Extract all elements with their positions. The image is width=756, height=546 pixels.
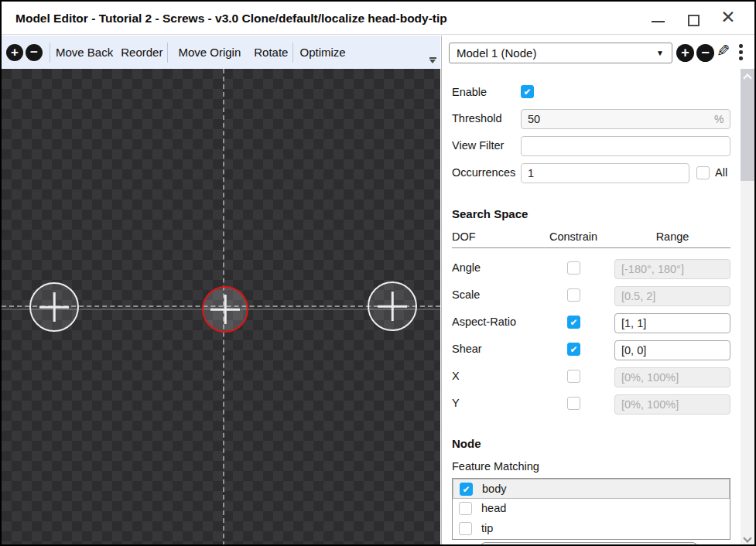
constrain-checkbox-y[interactable] [567, 397, 580, 410]
scrollbar-thumb[interactable] [741, 69, 754, 181]
all-checkbox[interactable] [696, 166, 710, 179]
enable-checkbox[interactable] [521, 85, 534, 98]
clipped-control [481, 542, 697, 546]
edit-pencil-icon[interactable]: ✎ [717, 42, 730, 60]
header-underline [452, 247, 730, 248]
node-section-title: Node [452, 437, 481, 450]
model-node-selected[interactable] [202, 286, 248, 333]
feature-checkbox-tip[interactable] [459, 522, 472, 535]
column-header-dof: DOF [452, 230, 476, 243]
more-options-button[interactable] [739, 44, 743, 63]
properties-panel: Model 1 (Node) ▼ + − ✎ Enable Threshold … [442, 36, 754, 546]
range-input-y[interactable] [614, 394, 730, 415]
range-input-x[interactable] [614, 367, 730, 387]
close-button[interactable]: ✕ [715, 2, 741, 35]
feature-matching-list: body head tip [452, 478, 730, 540]
feature-label: head [481, 502, 506, 514]
move-back-button[interactable]: Move Back [56, 46, 113, 59]
list-item-head[interactable]: head [453, 499, 730, 519]
model-node-right[interactable] [368, 282, 417, 331]
range-input-scale[interactable] [614, 286, 730, 306]
toolbar-overflow-button[interactable] [429, 57, 436, 63]
range-input-aspect-ratio[interactable] [614, 313, 730, 333]
minimize-button[interactable] [645, 2, 672, 35]
constrain-checkbox-shear[interactable] [567, 343, 580, 356]
threshold-input[interactable] [521, 109, 730, 129]
maximize-icon [688, 15, 700, 26]
list-item-body[interactable]: body [453, 479, 730, 499]
zoom-out-button[interactable]: − [26, 44, 43, 61]
toolbar-separator [292, 43, 293, 63]
dof-label-aspect-ratio: Aspect-Ratio [452, 316, 516, 328]
occurrences-label: Occurrences [452, 166, 515, 179]
model-canvas[interactable] [2, 69, 440, 546]
constrain-checkbox-x[interactable] [567, 370, 580, 383]
constrain-checkbox-aspect-ratio[interactable] [567, 316, 580, 329]
scroll-down-icon[interactable] [743, 534, 751, 542]
move-origin-button[interactable]: Move Origin [178, 46, 241, 59]
column-header-constrain: Constrain [535, 230, 612, 243]
feature-label: body [482, 483, 506, 495]
dof-label-scale: Scale [452, 288, 480, 301]
panel-scrollbar[interactable] [741, 69, 754, 546]
model-editor-window: Model Editor - Tutorial 2 - Screws - v3.… [0, 0, 756, 546]
remove-model-button[interactable]: − [696, 44, 714, 62]
feature-checkbox-head[interactable] [459, 502, 472, 515]
feature-checkbox-body[interactable] [460, 483, 473, 496]
model-select-value: Model 1 (Node) [457, 46, 536, 60]
overflow-icon [429, 57, 436, 59]
dof-label-x: X [452, 370, 460, 382]
enable-label: Enable [452, 86, 487, 98]
canvas-toolbar: + − Move Back Reorder Move Origin Rotate… [2, 36, 440, 69]
toolbar-separator [167, 43, 168, 63]
threshold-label: Threshold [452, 112, 501, 125]
view-filter-label: View Filter [452, 139, 504, 152]
search-space-title: Search Space [452, 207, 528, 220]
window-title: Model Editor - Tutorial 2 - Screws - v3.… [15, 2, 447, 35]
title-bar: Model Editor - Tutorial 2 - Screws - v3.… [2, 2, 754, 35]
minimize-icon [652, 21, 665, 22]
model-node-left[interactable] [29, 282, 79, 332]
view-filter-input[interactable] [521, 136, 730, 156]
all-label: All [715, 166, 727, 179]
crosshair-icon [224, 295, 227, 324]
dof-label-shear: Shear [452, 343, 482, 355]
occurrences-input[interactable] [521, 163, 689, 183]
rotate-button[interactable]: Rotate [254, 46, 288, 59]
constrain-checkbox-scale[interactable] [567, 288, 580, 302]
feature-label: tip [481, 522, 493, 534]
crosshair-icon [53, 292, 56, 322]
add-model-button[interactable]: + [676, 44, 694, 62]
column-header-range: Range [614, 230, 730, 243]
feature-matching-label: Feature Matching [452, 460, 539, 473]
model-select[interactable]: Model 1 (Node) ▼ [449, 43, 672, 63]
threshold-unit: % [714, 113, 724, 125]
zoom-in-button[interactable]: + [6, 44, 23, 61]
toolbar-separator [50, 43, 50, 63]
maximize-button[interactable] [681, 2, 707, 35]
range-input-angle[interactable] [614, 259, 730, 279]
reorder-button[interactable]: Reorder [121, 46, 162, 59]
range-input-shear[interactable] [614, 340, 730, 360]
overflow-icon [429, 60, 436, 63]
constrain-checkbox-angle[interactable] [567, 261, 580, 275]
optimize-button[interactable]: Optimize [299, 46, 345, 59]
dof-label-angle: Angle [452, 261, 481, 274]
list-item-tip[interactable]: tip [453, 519, 730, 539]
dof-label-y: Y [452, 397, 460, 409]
chevron-down-icon: ▼ [656, 43, 664, 63]
crosshair-icon [392, 292, 394, 321]
